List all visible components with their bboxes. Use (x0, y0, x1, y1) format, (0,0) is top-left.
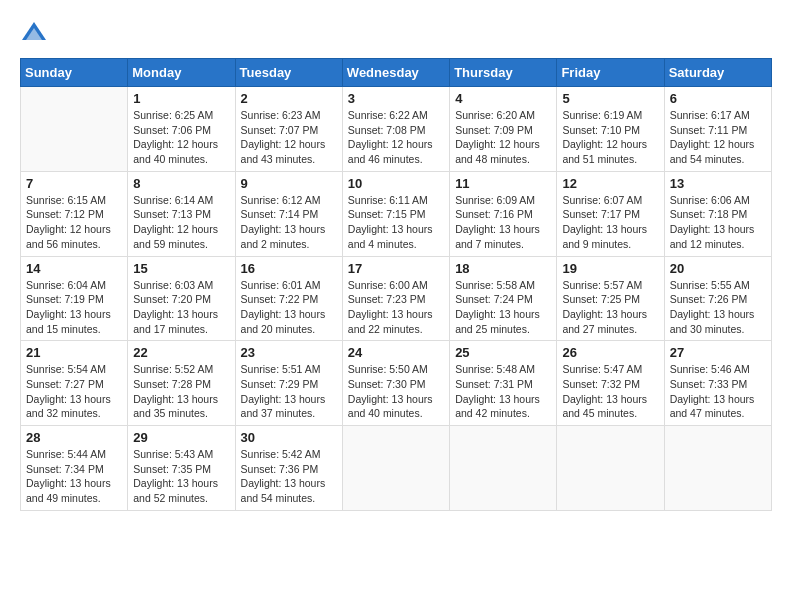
calendar-cell: 11Sunrise: 6:09 AMSunset: 7:16 PMDayligh… (450, 171, 557, 256)
day-info: Sunrise: 5:47 AMSunset: 7:32 PMDaylight:… (562, 362, 658, 421)
calendar-cell: 29Sunrise: 5:43 AMSunset: 7:35 PMDayligh… (128, 426, 235, 511)
day-number: 2 (241, 91, 337, 106)
calendar-week-row: 14Sunrise: 6:04 AMSunset: 7:19 PMDayligh… (21, 256, 772, 341)
calendar-cell: 8Sunrise: 6:14 AMSunset: 7:13 PMDaylight… (128, 171, 235, 256)
day-info: Sunrise: 6:25 AMSunset: 7:06 PMDaylight:… (133, 108, 229, 167)
day-info: Sunrise: 6:23 AMSunset: 7:07 PMDaylight:… (241, 108, 337, 167)
page-header (20, 20, 772, 48)
calendar-cell: 7Sunrise: 6:15 AMSunset: 7:12 PMDaylight… (21, 171, 128, 256)
day-number: 29 (133, 430, 229, 445)
calendar-cell (450, 426, 557, 511)
day-info: Sunrise: 6:12 AMSunset: 7:14 PMDaylight:… (241, 193, 337, 252)
calendar-cell: 14Sunrise: 6:04 AMSunset: 7:19 PMDayligh… (21, 256, 128, 341)
day-number: 27 (670, 345, 766, 360)
calendar-cell: 6Sunrise: 6:17 AMSunset: 7:11 PMDaylight… (664, 87, 771, 172)
weekday-header-friday: Friday (557, 59, 664, 87)
calendar-cell: 28Sunrise: 5:44 AMSunset: 7:34 PMDayligh… (21, 426, 128, 511)
day-number: 25 (455, 345, 551, 360)
day-info: Sunrise: 6:09 AMSunset: 7:16 PMDaylight:… (455, 193, 551, 252)
day-info: Sunrise: 5:43 AMSunset: 7:35 PMDaylight:… (133, 447, 229, 506)
day-number: 21 (26, 345, 122, 360)
day-number: 6 (670, 91, 766, 106)
calendar-cell: 4Sunrise: 6:20 AMSunset: 7:09 PMDaylight… (450, 87, 557, 172)
calendar-cell: 17Sunrise: 6:00 AMSunset: 7:23 PMDayligh… (342, 256, 449, 341)
day-info: Sunrise: 5:51 AMSunset: 7:29 PMDaylight:… (241, 362, 337, 421)
day-info: Sunrise: 5:57 AMSunset: 7:25 PMDaylight:… (562, 278, 658, 337)
day-number: 15 (133, 261, 229, 276)
day-number: 28 (26, 430, 122, 445)
day-number: 12 (562, 176, 658, 191)
calendar-week-row: 1Sunrise: 6:25 AMSunset: 7:06 PMDaylight… (21, 87, 772, 172)
day-number: 8 (133, 176, 229, 191)
logo (20, 20, 52, 48)
calendar-cell: 3Sunrise: 6:22 AMSunset: 7:08 PMDaylight… (342, 87, 449, 172)
weekday-header-wednesday: Wednesday (342, 59, 449, 87)
day-info: Sunrise: 6:04 AMSunset: 7:19 PMDaylight:… (26, 278, 122, 337)
calendar-cell (342, 426, 449, 511)
weekday-header-sunday: Sunday (21, 59, 128, 87)
day-info: Sunrise: 6:03 AMSunset: 7:20 PMDaylight:… (133, 278, 229, 337)
calendar-table: SundayMondayTuesdayWednesdayThursdayFrid… (20, 58, 772, 511)
calendar-cell: 5Sunrise: 6:19 AMSunset: 7:10 PMDaylight… (557, 87, 664, 172)
calendar-cell (664, 426, 771, 511)
day-number: 13 (670, 176, 766, 191)
logo-icon (20, 20, 48, 48)
calendar-cell: 19Sunrise: 5:57 AMSunset: 7:25 PMDayligh… (557, 256, 664, 341)
day-number: 9 (241, 176, 337, 191)
day-info: Sunrise: 5:58 AMSunset: 7:24 PMDaylight:… (455, 278, 551, 337)
calendar-cell: 25Sunrise: 5:48 AMSunset: 7:31 PMDayligh… (450, 341, 557, 426)
calendar-cell (557, 426, 664, 511)
day-info: Sunrise: 6:15 AMSunset: 7:12 PMDaylight:… (26, 193, 122, 252)
calendar-cell: 20Sunrise: 5:55 AMSunset: 7:26 PMDayligh… (664, 256, 771, 341)
calendar-cell: 16Sunrise: 6:01 AMSunset: 7:22 PMDayligh… (235, 256, 342, 341)
day-number: 1 (133, 91, 229, 106)
day-number: 4 (455, 91, 551, 106)
day-info: Sunrise: 5:55 AMSunset: 7:26 PMDaylight:… (670, 278, 766, 337)
calendar-cell (21, 87, 128, 172)
calendar-cell: 27Sunrise: 5:46 AMSunset: 7:33 PMDayligh… (664, 341, 771, 426)
day-number: 23 (241, 345, 337, 360)
day-info: Sunrise: 6:14 AMSunset: 7:13 PMDaylight:… (133, 193, 229, 252)
calendar-cell: 15Sunrise: 6:03 AMSunset: 7:20 PMDayligh… (128, 256, 235, 341)
day-info: Sunrise: 6:19 AMSunset: 7:10 PMDaylight:… (562, 108, 658, 167)
calendar-week-row: 21Sunrise: 5:54 AMSunset: 7:27 PMDayligh… (21, 341, 772, 426)
day-info: Sunrise: 6:00 AMSunset: 7:23 PMDaylight:… (348, 278, 444, 337)
day-number: 17 (348, 261, 444, 276)
calendar-cell: 9Sunrise: 6:12 AMSunset: 7:14 PMDaylight… (235, 171, 342, 256)
weekday-header-monday: Monday (128, 59, 235, 87)
calendar-week-row: 28Sunrise: 5:44 AMSunset: 7:34 PMDayligh… (21, 426, 772, 511)
day-info: Sunrise: 6:07 AMSunset: 7:17 PMDaylight:… (562, 193, 658, 252)
day-info: Sunrise: 6:17 AMSunset: 7:11 PMDaylight:… (670, 108, 766, 167)
day-number: 19 (562, 261, 658, 276)
calendar-cell: 2Sunrise: 6:23 AMSunset: 7:07 PMDaylight… (235, 87, 342, 172)
weekday-header-saturday: Saturday (664, 59, 771, 87)
day-info: Sunrise: 6:01 AMSunset: 7:22 PMDaylight:… (241, 278, 337, 337)
calendar-cell: 30Sunrise: 5:42 AMSunset: 7:36 PMDayligh… (235, 426, 342, 511)
weekday-header-row: SundayMondayTuesdayWednesdayThursdayFrid… (21, 59, 772, 87)
calendar-week-row: 7Sunrise: 6:15 AMSunset: 7:12 PMDaylight… (21, 171, 772, 256)
day-info: Sunrise: 6:22 AMSunset: 7:08 PMDaylight:… (348, 108, 444, 167)
calendar-cell: 12Sunrise: 6:07 AMSunset: 7:17 PMDayligh… (557, 171, 664, 256)
day-number: 16 (241, 261, 337, 276)
day-info: Sunrise: 5:46 AMSunset: 7:33 PMDaylight:… (670, 362, 766, 421)
calendar-cell: 21Sunrise: 5:54 AMSunset: 7:27 PMDayligh… (21, 341, 128, 426)
day-info: Sunrise: 6:06 AMSunset: 7:18 PMDaylight:… (670, 193, 766, 252)
day-number: 26 (562, 345, 658, 360)
day-info: Sunrise: 6:20 AMSunset: 7:09 PMDaylight:… (455, 108, 551, 167)
calendar-cell: 18Sunrise: 5:58 AMSunset: 7:24 PMDayligh… (450, 256, 557, 341)
day-number: 14 (26, 261, 122, 276)
day-info: Sunrise: 5:48 AMSunset: 7:31 PMDaylight:… (455, 362, 551, 421)
day-number: 20 (670, 261, 766, 276)
day-number: 22 (133, 345, 229, 360)
day-number: 7 (26, 176, 122, 191)
calendar-cell: 10Sunrise: 6:11 AMSunset: 7:15 PMDayligh… (342, 171, 449, 256)
calendar-cell: 23Sunrise: 5:51 AMSunset: 7:29 PMDayligh… (235, 341, 342, 426)
day-info: Sunrise: 5:42 AMSunset: 7:36 PMDaylight:… (241, 447, 337, 506)
calendar-cell: 22Sunrise: 5:52 AMSunset: 7:28 PMDayligh… (128, 341, 235, 426)
day-number: 24 (348, 345, 444, 360)
calendar-cell: 13Sunrise: 6:06 AMSunset: 7:18 PMDayligh… (664, 171, 771, 256)
day-info: Sunrise: 5:54 AMSunset: 7:27 PMDaylight:… (26, 362, 122, 421)
day-number: 5 (562, 91, 658, 106)
day-info: Sunrise: 5:50 AMSunset: 7:30 PMDaylight:… (348, 362, 444, 421)
day-number: 18 (455, 261, 551, 276)
